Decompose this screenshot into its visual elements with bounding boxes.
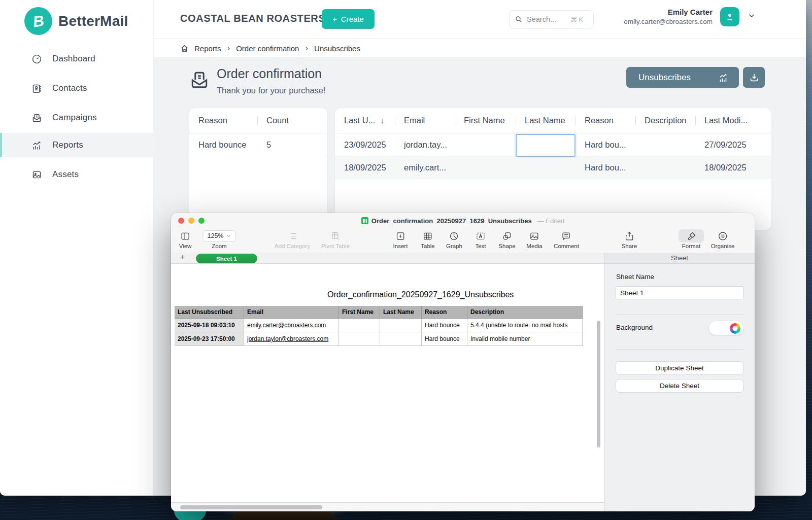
column-header-last-modified[interactable]: Last Modi... (695, 116, 770, 125)
desktop: B BetterMail Dashboard Contacts Campaign… (0, 0, 812, 520)
sheet-header-cell[interactable]: Email (244, 306, 339, 319)
document-title-text: Order_confirmation_20250927_1629_Unsubsc… (371, 217, 532, 225)
delete-sheet-button[interactable]: Delete Sheet (616, 379, 743, 393)
sidebar-item-label: Campaigns (52, 113, 97, 123)
column-header-count[interactable]: Count (257, 116, 327, 125)
campaign-envelope-icon (188, 68, 211, 93)
sort-desc-icon[interactable]: ↓ (380, 116, 384, 125)
vertical-scrollbar[interactable] (597, 321, 600, 447)
toolbar-shape-button[interactable]: Shape (498, 229, 515, 249)
breadcrumb-item-reports[interactable]: Reports (194, 44, 221, 53)
person-icon (725, 12, 735, 22)
user-info: Emily Carter emily.carter@cbroasters.com (624, 7, 713, 26)
sidebar-item-assets[interactable]: Assets (0, 162, 154, 187)
cell-email: emily.cart... (395, 163, 455, 172)
column-header-email[interactable]: Email (395, 116, 455, 125)
column-header-reason[interactable]: Reason (189, 116, 257, 125)
sheet-header-cell[interactable]: Last Unsubscribed (175, 306, 244, 319)
sheet-cell[interactable] (339, 319, 380, 332)
home-icon[interactable] (180, 44, 189, 53)
sheet-cell-email-link[interactable]: emily.carter@cbroasters.com (244, 319, 339, 332)
comment-icon (561, 231, 571, 241)
column-header-last-unsubscribed[interactable]: Last U... ↓ (335, 116, 395, 125)
sheet-cell[interactable] (380, 332, 422, 346)
user-menu-chevron[interactable] (747, 11, 756, 22)
fullscreen-icon[interactable] (198, 218, 205, 224)
sheet-cell[interactable]: 2025-09-18 09:03:10 (175, 319, 244, 332)
breadcrumb-item-unsubscribes[interactable]: Unsubscribes (314, 44, 360, 53)
keyboard-shortcut-hint: ⌘ K (570, 16, 583, 23)
search-icon (515, 15, 523, 23)
table-row[interactable]: Hard bounce 5 (189, 133, 327, 156)
format-panel: Sheet Sheet Name Background Duplicate Sh… (604, 253, 755, 511)
sidebar-item-contacts[interactable]: Contacts (0, 76, 154, 100)
table-row[interactable]: 18/09/2025 emily.cart... Hard bou... 18/… (335, 156, 771, 179)
spreadsheet-canvas[interactable]: Order_confirmation_20250927_1629_Unsubsc… (171, 264, 604, 502)
toolbar-graph-button[interactable]: Graph (446, 229, 462, 249)
sheet-cell-email-link[interactable]: jordan.taylor@cbroasters.com (244, 332, 339, 346)
sidebar-item-label: Reports (52, 140, 83, 150)
add-sheet-button[interactable]: + (180, 253, 185, 262)
toolbar-comment-button[interactable]: Comment (554, 229, 579, 249)
gauge-icon (31, 54, 42, 64)
sheet-cell[interactable]: 2025-09-23 17:50:00 (175, 332, 244, 346)
divider (616, 315, 743, 315)
cell-reason: Hard bounce (189, 140, 257, 150)
tab-sheet-1[interactable]: Sheet 1 (196, 254, 257, 263)
column-header-first-name[interactable]: First Name (455, 116, 516, 125)
download-button[interactable] (743, 67, 765, 88)
company-title: COASTAL BEAN ROASTERS (180, 13, 325, 24)
toolbar-zoom-control[interactable]: 125% Zoom (203, 229, 236, 249)
toolbar-view-button[interactable]: View (179, 229, 192, 249)
sheet-cell[interactable]: 5.4.4 (unable to route: no mail hosts (467, 319, 583, 332)
sheet-cell[interactable] (380, 319, 422, 332)
sheet-header-cell[interactable]: Reason (422, 306, 467, 319)
toolbar-share-button[interactable]: Share (622, 229, 637, 249)
bettermail-logo[interactable]: B BetterMail (24, 7, 128, 35)
background-fill-control[interactable] (708, 321, 744, 335)
sheet-cell[interactable]: Hard bounce (422, 319, 467, 332)
toolbar-media-button[interactable]: Media (526, 229, 542, 249)
sheet-cell[interactable]: Hard bounce (422, 332, 467, 346)
toolbar-insert-button[interactable]: Insert (393, 229, 408, 249)
focused-cell[interactable] (516, 134, 576, 157)
sidebar-item-reports[interactable]: Reports (0, 133, 154, 157)
zoom-dropdown[interactable]: 125% (203, 230, 236, 242)
unsubscribes-button[interactable]: Unsubscribes (626, 67, 739, 88)
sidebar-item-campaigns[interactable]: Campaigns (0, 106, 154, 130)
column-header-reason[interactable]: Reason (576, 116, 635, 125)
toolbar-organise-button[interactable]: Organise (711, 229, 735, 249)
column-header-last-name[interactable]: Last Name (516, 116, 576, 125)
column-header-description[interactable]: Description (635, 116, 695, 125)
toolbar-format-button[interactable]: Format (679, 229, 704, 249)
numbers-titlebar[interactable]: Order_confirmation_20250927_1629_Unsubsc… (171, 213, 755, 228)
sheet-cell[interactable] (339, 332, 380, 346)
sheet-name-input[interactable] (616, 286, 743, 299)
close-icon[interactable] (178, 218, 184, 224)
color-wheel-icon[interactable] (730, 323, 740, 334)
sidebar-item-dashboard[interactable]: Dashboard (0, 47, 154, 71)
avatar[interactable] (720, 7, 739, 26)
minimize-icon[interactable] (188, 218, 194, 224)
sheet-header-cell[interactable]: Description (467, 306, 583, 319)
summary-table: Reason Count Hard bounce 5 (189, 108, 327, 230)
download-icon (749, 72, 760, 83)
search-input[interactable] (527, 15, 566, 23)
document-title: Order_confirmation_20250927_1629_Unsubsc… (361, 217, 564, 225)
toolbar-table-button[interactable]: Table (421, 229, 435, 249)
sheet-header-cell[interactable]: Last Name (380, 306, 422, 319)
duplicate-sheet-button[interactable]: Duplicate Sheet (616, 361, 743, 375)
sheet-cell[interactable]: Invalid mobile number (467, 332, 583, 346)
sheet-header-cell[interactable]: First Name (339, 306, 380, 319)
chevron-down-icon (226, 233, 231, 238)
create-button[interactable]: + Create (322, 9, 375, 29)
horizontal-scrollbar[interactable] (180, 505, 322, 509)
breadcrumb-item-order-confirmation[interactable]: Order confirmation (236, 44, 299, 53)
list-icon (287, 231, 297, 241)
user-menu[interactable]: Emily Carter emily.carter@cbroasters.com (624, 7, 756, 26)
cell-reason: Hard bou... (576, 163, 635, 172)
user-name: Emily Carter (624, 7, 713, 17)
toolbar-text-button[interactable]: Text (475, 229, 486, 249)
search-box[interactable]: ⌘ K (509, 10, 594, 28)
zoom-value: 125% (208, 232, 224, 239)
